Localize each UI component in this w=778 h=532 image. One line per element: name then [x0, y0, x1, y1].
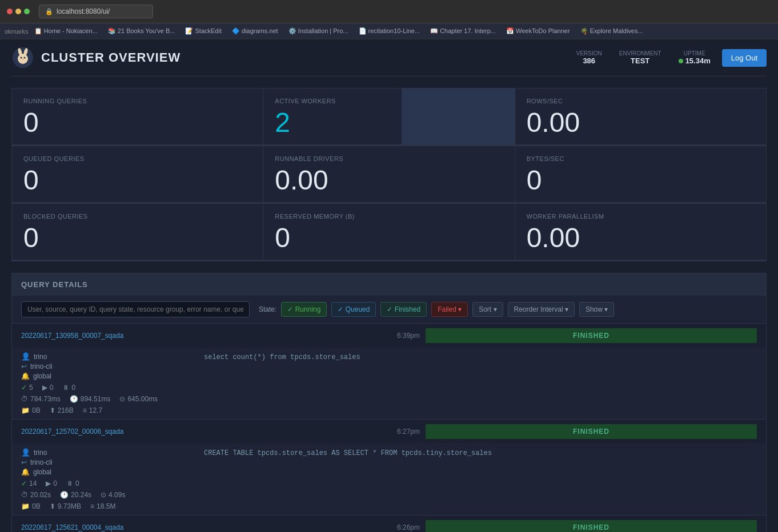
- query-details-header: QUERY DETAILS: [12, 273, 766, 296]
- query-sql-0: select count(*) from tpcds.store_sales: [204, 352, 757, 414]
- bookmarks-bar: okmarks 📋 Home - Nokiacen... 📚 21 Books …: [0, 23, 778, 39]
- stat-reserved-memory-label: RESERVED MEMORY (B): [275, 213, 503, 220]
- sort-dropdown-button[interactable]: Sort ▾: [472, 302, 503, 317]
- filter-running-button[interactable]: ✓ Running: [281, 302, 327, 317]
- bookmarks-label: okmarks: [5, 28, 29, 35]
- stat-active-workers: ACTIVE WORKERS 2: [263, 88, 514, 146]
- user-icon-1: 👤: [21, 448, 30, 457]
- version-meta: VERSION 386: [576, 50, 602, 65]
- environment-meta: ENVIRONMENT TEST: [619, 50, 661, 65]
- show-dropdown-button[interactable]: Show ▾: [579, 302, 614, 317]
- bookmark-9[interactable]: 🌴 Explore Maldives...: [576, 26, 648, 37]
- query-meta-0: 👤 trino ↩ trino-cli 🔔 global ✓ 5 ▶ 0: [21, 352, 193, 414]
- query-body-0: 👤 trino ↩ trino-cli 🔔 global ✓ 5 ▶ 0: [12, 348, 766, 419]
- stat-active-workers-value: 2: [275, 109, 503, 136]
- query-timing-1: ⏱ 20.02s 🕐 20.24s ⊙ 4.09s: [21, 491, 193, 499]
- query-io-1: 📁 0B ⬆ 9.73MB ≡ 18.5M: [21, 502, 193, 510]
- query-row-2: 20220617_125621_00004_sqada 6:26pm FINIS…: [12, 515, 766, 532]
- query-id-2[interactable]: 20220617_125621_00004_sqada: [21, 523, 124, 531]
- svg-point-6: [22, 59, 23, 60]
- address-bar[interactable]: 🔒 localhost:8080/ui/: [39, 5, 153, 18]
- stat-rows-sec-value: 0.00: [527, 109, 755, 136]
- bookmark-6[interactable]: 📄 recitation10-Line...: [354, 26, 425, 37]
- close-dot: [7, 9, 13, 14]
- query-source-0: ↩ trino-cli: [21, 362, 193, 370]
- logout-button[interactable]: Log Out: [722, 49, 767, 67]
- bookmark-3[interactable]: 📝 StackEdit: [181, 26, 226, 37]
- query-id-0[interactable]: 20220617_130958_00007_sqada: [21, 332, 124, 340]
- stat-worker-parallelism: WORKER PARALLELISM 0.00: [515, 204, 766, 261]
- query-status-0: FINISHED: [426, 328, 757, 343]
- stat-runnable-drivers-value: 0.00: [275, 167, 503, 194]
- stat-queued-queries-value: 0: [23, 167, 251, 194]
- logo-area: CLUSTER OVERVIEW: [11, 46, 576, 69]
- query-io-0: 📁 0B ⬆ 216B ≡ 12.7: [21, 406, 193, 414]
- filter-queued-button[interactable]: ✓ Queued: [331, 302, 376, 317]
- query-row-1: 20220617_125702_00006_sqada 6:27pm FINIS…: [12, 420, 766, 515]
- query-sql-1: CREATE TABLE tpcds.store_sales AS SELECT…: [204, 448, 757, 510]
- state-label: State:: [259, 305, 276, 313]
- query-catalog-0: 🔔 global: [21, 372, 193, 380]
- stat-queued-queries: QUEUED QUERIES 0: [12, 146, 263, 203]
- bookmark-5[interactable]: ⚙️ Installation | Pro...: [284, 26, 353, 37]
- stat-active-workers-label: ACTIVE WORKERS: [275, 98, 503, 104]
- query-time-2: 6:26pm: [397, 523, 420, 531]
- filter-finished-button[interactable]: ✓ Finished: [380, 302, 427, 317]
- uptime-meta: UPTIME 15.34m: [679, 50, 711, 65]
- catalog-icon-0: 🔔: [21, 372, 30, 380]
- filter-failed-button[interactable]: Failed ▾: [431, 302, 468, 317]
- stat-bytes-sec: BYTES/SEC 0: [515, 146, 766, 203]
- query-header-1: 20220617_125702_00006_sqada 6:27pm FINIS…: [12, 420, 766, 444]
- stat-blocked-queries-value: 0: [23, 224, 251, 252]
- query-stats-1: ✓ 14 ▶ 0 ⏸ 0: [21, 479, 193, 487]
- bookmark-2[interactable]: 📚 21 Books You've B...: [103, 26, 180, 37]
- stat-running-queries: RUNNING QUERIES 0: [12, 88, 263, 146]
- query-controls: State: ✓ Running ✓ Queued ✓ Finished Fai…: [12, 296, 766, 324]
- catalog-icon-1: 🔔: [21, 468, 30, 476]
- stat-blocked-queries: BLOCKED QUERIES 0: [12, 204, 263, 261]
- maximize-dot: [24, 9, 30, 14]
- query-time-0: 6:39pm: [397, 332, 420, 340]
- browser-chrome: 🔒 localhost:8080/ui/: [0, 0, 778, 23]
- app-title: CLUSTER OVERVIEW: [41, 50, 181, 65]
- stat-runnable-drivers: RUNNABLE DRIVERS 0.00: [263, 146, 514, 203]
- query-catalog-1: 🔔 global: [21, 468, 193, 476]
- stat-rows-sec: ROWS/SEC 0.00: [515, 88, 766, 146]
- app-container: CLUSTER OVERVIEW VERSION 386 ENVIRONMENT…: [0, 39, 778, 532]
- stat-bytes-sec-label: BYTES/SEC: [527, 155, 755, 162]
- stat-worker-parallelism-label: WORKER PARALLELISM: [527, 213, 755, 220]
- query-body-1: 👤 trino ↩ trino-cli 🔔 global ✓ 14 ▶ 0: [12, 444, 766, 515]
- uptime-dot: [679, 59, 683, 63]
- source-icon-1: ↩: [21, 458, 27, 466]
- query-id-1[interactable]: 20220617_125702_00006_sqada: [21, 428, 124, 436]
- stat-reserved-memory-value: 0: [275, 224, 503, 252]
- user-icon-0: 👤: [21, 352, 30, 361]
- bookmark-1[interactable]: 📋 Home - Nokiacen...: [30, 26, 102, 37]
- reorder-interval-button[interactable]: Reorder Interval ▾: [508, 302, 575, 317]
- query-details-section: QUERY DETAILS State: ✓ Running ✓ Queued …: [11, 273, 767, 532]
- bookmark-8[interactable]: 📅 WeekToDo Planner: [502, 26, 575, 37]
- query-user-1: 👤 trino: [21, 448, 193, 457]
- query-timing-0: ⏱ 784.73ms 🕐 894.51ms ⊙ 645.00ms: [21, 395, 193, 403]
- header-meta: VERSION 386 ENVIRONMENT TEST UPTIME 15.3…: [576, 50, 711, 65]
- stat-rows-sec-label: ROWS/SEC: [527, 98, 755, 104]
- query-stats-0: ✓ 5 ▶ 0 ⏸ 0: [21, 384, 193, 392]
- query-status-1: FINISHED: [426, 424, 757, 439]
- query-user-0: 👤 trino: [21, 352, 193, 361]
- query-header-2: 20220617_125621_00004_sqada 6:26pm FINIS…: [12, 515, 766, 532]
- query-time-1: 6:27pm: [397, 428, 420, 436]
- query-header-0: 20220617_130958_00007_sqada 6:39pm FINIS…: [12, 324, 766, 348]
- stat-runnable-drivers-label: RUNNABLE DRIVERS: [275, 155, 503, 162]
- stat-queued-queries-label: QUEUED QUERIES: [23, 155, 251, 162]
- query-search-input[interactable]: [21, 301, 250, 317]
- query-source-1: ↩ trino-cli: [21, 458, 193, 466]
- bookmark-7[interactable]: 📖 Chapter 17. Interp...: [426, 26, 500, 37]
- bookmark-4[interactable]: 🔷 diagrams.net: [227, 26, 283, 37]
- svg-point-5: [24, 57, 26, 59]
- svg-point-4: [21, 57, 22, 59]
- stat-running-queries-label: RUNNING QUERIES: [23, 98, 251, 104]
- app-header: CLUSTER OVERVIEW VERSION 386 ENVIRONMENT…: [11, 39, 767, 76]
- trino-logo-icon: [11, 46, 34, 69]
- stat-bytes-sec-value: 0: [527, 167, 755, 194]
- stat-worker-parallelism-value: 0.00: [527, 224, 755, 252]
